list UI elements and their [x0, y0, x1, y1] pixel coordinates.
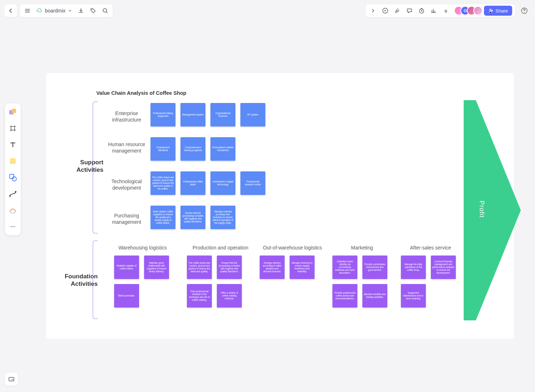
person-plus-icon [488, 8, 493, 13]
canvas-frame[interactable]: Value Chain Analysis of Coffee Shop Supp… [46, 73, 514, 339]
foundation-bracket-shape [93, 241, 98, 319]
profit-arrow-shape [464, 100, 521, 320]
document-toolbar-group: boardmix [20, 4, 113, 17]
support-card[interactable]: Seek reliable coffee suppliers to ensure… [151, 206, 175, 229]
svg-rect-8 [10, 174, 14, 179]
svg-point-9 [12, 177, 16, 181]
connector-tool[interactable] [8, 189, 18, 199]
confetti-button[interactable] [391, 5, 403, 16]
expand-button[interactable] [367, 5, 379, 16]
top-right-toolbar: O Share [366, 4, 531, 17]
text-tool[interactable] [8, 140, 18, 150]
actions-toolbar-group: O Share [366, 4, 515, 17]
foundation-card[interactable]: Maintain good relationship with supplier… [144, 256, 169, 279]
support-row-label: Purchasing management [103, 213, 150, 225]
tag-button[interactable] [87, 5, 99, 16]
share-button[interactable]: Share [484, 6, 512, 16]
svg-point-12 [11, 226, 12, 227]
navigator-button[interactable] [5, 373, 18, 386]
svg-marker-19 [464, 210, 521, 320]
menu-button[interactable] [21, 5, 34, 16]
foundation-col-label: Out-of-warehouse logistics [253, 245, 332, 251]
support-bracket-shape [93, 102, 98, 233]
frame-tool[interactable] [8, 123, 18, 133]
support-card[interactable]: Management system [180, 103, 205, 127]
foundation-card[interactable]: Arrange delivery according to sales situ… [260, 256, 285, 279]
svg-point-0 [92, 9, 92, 10]
back-button[interactable] [4, 4, 17, 17]
download-button[interactable] [75, 5, 87, 16]
shape-tool[interactable] [8, 172, 18, 182]
support-card[interactable]: Comprehensive training programs [180, 137, 205, 161]
foundation-card[interactable]: Provide comfortable environment and good… [362, 256, 387, 279]
share-label: Share [495, 8, 508, 14]
foundation-card[interactable]: Ensure that the processing complies with… [217, 256, 242, 279]
foundation-card[interactable]: Equipment maintenance and in-store clean… [401, 284, 426, 308]
foundation-card[interactable]: Manage the daily operations of the coffe… [401, 256, 426, 279]
top-left-toolbar: boardmix [4, 4, 113, 17]
collaborator-avatars[interactable]: O [452, 6, 483, 15]
timer-button[interactable] [416, 5, 428, 16]
foundation-card[interactable]: Provide professional coffee advice and r… [332, 284, 357, 308]
support-card[interactable]: Ensure that the processing complies with… [180, 206, 205, 229]
profit-label: Profit [478, 201, 485, 218]
foundation-col-label: Warehousing logistics [114, 245, 171, 251]
foundation-col-label: After-sales service [400, 245, 461, 251]
document-name-dropdown[interactable]: boardmix [34, 7, 75, 14]
foundation-card[interactable]: Establish brand identity via promotional… [332, 256, 357, 279]
cloud-sync-icon [36, 7, 43, 14]
svg-rect-16 [11, 379, 13, 380]
chevron-down-icon [68, 9, 72, 13]
foundation-card[interactable]: The coffee beans are roasted, ground and… [187, 256, 212, 279]
support-card[interactable]: Professional coffee taster [180, 171, 205, 195]
avatar-initial: O [464, 9, 467, 13]
foundation-card[interactable]: Member benefits and holiday activities. [362, 284, 387, 308]
svg-rect-7 [12, 109, 16, 113]
foundation-section-label: Foundation Activities [55, 273, 98, 288]
left-tool-palette [5, 103, 21, 235]
foundation-card[interactable]: Reliable supplier of coffee beans. [114, 256, 139, 279]
support-row-label: Human resource management [103, 141, 150, 154]
support-row-label: Enterprise infrastructure [103, 110, 150, 123]
support-card[interactable]: Organizational structure [210, 103, 235, 127]
support-card[interactable]: Personalized welfare mechanism [210, 137, 235, 161]
svg-point-10 [9, 195, 11, 197]
play-present-button[interactable] [379, 5, 391, 16]
sticky-note-tool[interactable] [8, 156, 18, 166]
support-card[interactable]: Manage material purchase and inventory t… [210, 206, 235, 229]
document-name: boardmix [45, 8, 66, 14]
foundation-col-label: Marketing [332, 245, 392, 251]
support-card[interactable]: The coffee beans are roasted, ground and… [151, 171, 175, 195]
support-card[interactable]: Investment in digital technology [210, 171, 235, 195]
help-button[interactable] [518, 4, 531, 17]
svg-point-14 [14, 226, 15, 227]
search-button[interactable] [99, 5, 111, 16]
avatar[interactable] [473, 6, 483, 15]
support-card[interactable]: EP system [240, 103, 265, 127]
support-card[interactable]: Employment standards [151, 137, 175, 161]
templates-tool[interactable] [8, 107, 18, 117]
support-card[interactable]: Professional research center [240, 171, 265, 195]
foundation-card[interactable]: Batch purchase. [114, 284, 139, 308]
foundation-card[interactable]: Conduct financial management and perform… [431, 256, 456, 279]
pen-tool[interactable] [8, 205, 18, 215]
comment-button[interactable] [403, 5, 416, 16]
diagram-title: Value Chain Analysis of Coffee Shop [96, 90, 186, 96]
more-tools-button[interactable] [8, 222, 18, 232]
foundation-col-label: Production and operation [185, 245, 256, 251]
svg-marker-18 [464, 100, 521, 210]
svg-point-13 [12, 226, 14, 227]
svg-point-4 [490, 9, 491, 11]
svg-point-11 [15, 191, 16, 192]
chart-button[interactable] [428, 5, 440, 16]
support-row-label: Technological development [103, 179, 150, 191]
foundation-card[interactable]: Manage inventory to ensure supply timeli… [290, 256, 315, 279]
foundation-card[interactable]: Offer a variety of coffee-making methods… [217, 284, 242, 308]
support-card[interactable]: Professional baking equipment [151, 103, 175, 127]
more-tools-dropdown[interactable] [440, 5, 452, 16]
foundation-card[interactable]: Train professional baristas in the techn… [187, 284, 212, 308]
